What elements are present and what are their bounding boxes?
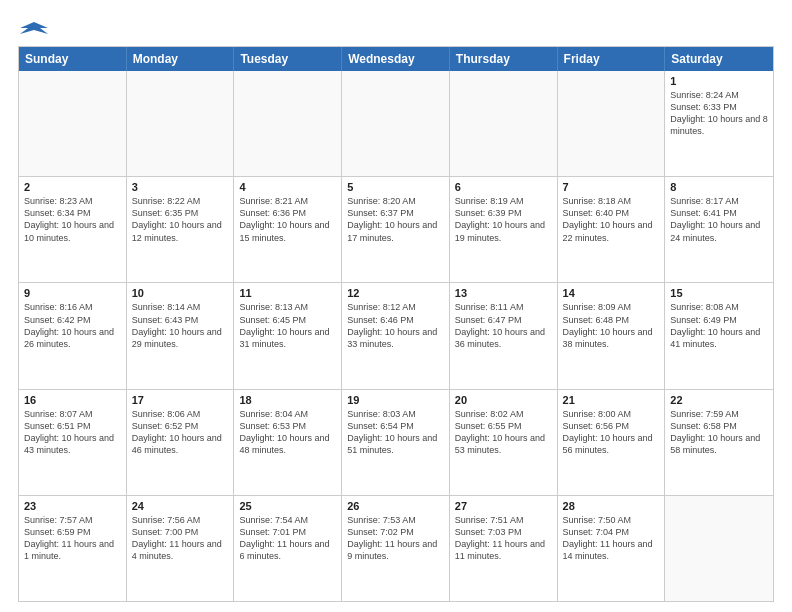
calendar-empty-cell — [665, 496, 773, 601]
calendar-day-13: 13Sunrise: 8:11 AM Sunset: 6:47 PM Dayli… — [450, 283, 558, 388]
calendar-day-26: 26Sunrise: 7:53 AM Sunset: 7:02 PM Dayli… — [342, 496, 450, 601]
calendar-day-5: 5Sunrise: 8:20 AM Sunset: 6:37 PM Daylig… — [342, 177, 450, 282]
day-info: Sunrise: 8:11 AM Sunset: 6:47 PM Dayligh… — [455, 301, 552, 350]
calendar-day-6: 6Sunrise: 8:19 AM Sunset: 6:39 PM Daylig… — [450, 177, 558, 282]
day-info: Sunrise: 8:04 AM Sunset: 6:53 PM Dayligh… — [239, 408, 336, 457]
calendar-day-15: 15Sunrise: 8:08 AM Sunset: 6:49 PM Dayli… — [665, 283, 773, 388]
day-number: 6 — [455, 181, 552, 193]
calendar-day-4: 4Sunrise: 8:21 AM Sunset: 6:36 PM Daylig… — [234, 177, 342, 282]
day-info: Sunrise: 7:56 AM Sunset: 7:00 PM Dayligh… — [132, 514, 229, 563]
day-info: Sunrise: 7:57 AM Sunset: 6:59 PM Dayligh… — [24, 514, 121, 563]
calendar-row: 23Sunrise: 7:57 AM Sunset: 6:59 PM Dayli… — [19, 495, 773, 601]
calendar-day-7: 7Sunrise: 8:18 AM Sunset: 6:40 PM Daylig… — [558, 177, 666, 282]
calendar-day-19: 19Sunrise: 8:03 AM Sunset: 6:54 PM Dayli… — [342, 390, 450, 495]
calendar-day-23: 23Sunrise: 7:57 AM Sunset: 6:59 PM Dayli… — [19, 496, 127, 601]
calendar-header-cell: Friday — [558, 47, 666, 71]
calendar-day-21: 21Sunrise: 8:00 AM Sunset: 6:56 PM Dayli… — [558, 390, 666, 495]
calendar: SundayMondayTuesdayWednesdayThursdayFrid… — [18, 46, 774, 602]
day-info: Sunrise: 8:20 AM Sunset: 6:37 PM Dayligh… — [347, 195, 444, 244]
day-number: 13 — [455, 287, 552, 299]
day-info: Sunrise: 7:59 AM Sunset: 6:58 PM Dayligh… — [670, 408, 768, 457]
day-info: Sunrise: 8:13 AM Sunset: 6:45 PM Dayligh… — [239, 301, 336, 350]
day-number: 14 — [563, 287, 660, 299]
day-number: 24 — [132, 500, 229, 512]
calendar-row: 1Sunrise: 8:24 AM Sunset: 6:33 PM Daylig… — [19, 71, 773, 176]
calendar-day-11: 11Sunrise: 8:13 AM Sunset: 6:45 PM Dayli… — [234, 283, 342, 388]
calendar-body: 1Sunrise: 8:24 AM Sunset: 6:33 PM Daylig… — [19, 71, 773, 601]
day-number: 3 — [132, 181, 229, 193]
day-info: Sunrise: 8:18 AM Sunset: 6:40 PM Dayligh… — [563, 195, 660, 244]
day-info: Sunrise: 8:23 AM Sunset: 6:34 PM Dayligh… — [24, 195, 121, 244]
page: SundayMondayTuesdayWednesdayThursdayFrid… — [0, 0, 792, 612]
day-info: Sunrise: 8:14 AM Sunset: 6:43 PM Dayligh… — [132, 301, 229, 350]
calendar-day-22: 22Sunrise: 7:59 AM Sunset: 6:58 PM Dayli… — [665, 390, 773, 495]
calendar-empty-cell — [19, 71, 127, 176]
day-info: Sunrise: 8:08 AM Sunset: 6:49 PM Dayligh… — [670, 301, 768, 350]
day-info: Sunrise: 8:17 AM Sunset: 6:41 PM Dayligh… — [670, 195, 768, 244]
calendar-empty-cell — [234, 71, 342, 176]
day-number: 2 — [24, 181, 121, 193]
header — [18, 16, 774, 38]
calendar-day-8: 8Sunrise: 8:17 AM Sunset: 6:41 PM Daylig… — [665, 177, 773, 282]
calendar-header-cell: Thursday — [450, 47, 558, 71]
calendar-day-14: 14Sunrise: 8:09 AM Sunset: 6:48 PM Dayli… — [558, 283, 666, 388]
day-number: 16 — [24, 394, 121, 406]
calendar-day-16: 16Sunrise: 8:07 AM Sunset: 6:51 PM Dayli… — [19, 390, 127, 495]
day-info: Sunrise: 8:16 AM Sunset: 6:42 PM Dayligh… — [24, 301, 121, 350]
day-number: 10 — [132, 287, 229, 299]
day-number: 15 — [670, 287, 768, 299]
calendar-day-24: 24Sunrise: 7:56 AM Sunset: 7:00 PM Dayli… — [127, 496, 235, 601]
day-number: 20 — [455, 394, 552, 406]
day-info: Sunrise: 8:21 AM Sunset: 6:36 PM Dayligh… — [239, 195, 336, 244]
calendar-day-18: 18Sunrise: 8:04 AM Sunset: 6:53 PM Dayli… — [234, 390, 342, 495]
day-number: 22 — [670, 394, 768, 406]
calendar-day-28: 28Sunrise: 7:50 AM Sunset: 7:04 PM Dayli… — [558, 496, 666, 601]
calendar-day-27: 27Sunrise: 7:51 AM Sunset: 7:03 PM Dayli… — [450, 496, 558, 601]
day-number: 11 — [239, 287, 336, 299]
calendar-row: 9Sunrise: 8:16 AM Sunset: 6:42 PM Daylig… — [19, 282, 773, 388]
calendar-header-cell: Tuesday — [234, 47, 342, 71]
calendar-day-2: 2Sunrise: 8:23 AM Sunset: 6:34 PM Daylig… — [19, 177, 127, 282]
svg-marker-0 — [20, 22, 48, 34]
day-info: Sunrise: 8:12 AM Sunset: 6:46 PM Dayligh… — [347, 301, 444, 350]
day-info: Sunrise: 8:09 AM Sunset: 6:48 PM Dayligh… — [563, 301, 660, 350]
calendar-header-cell: Saturday — [665, 47, 773, 71]
calendar-day-10: 10Sunrise: 8:14 AM Sunset: 6:43 PM Dayli… — [127, 283, 235, 388]
day-number: 27 — [455, 500, 552, 512]
calendar-day-9: 9Sunrise: 8:16 AM Sunset: 6:42 PM Daylig… — [19, 283, 127, 388]
day-number: 23 — [24, 500, 121, 512]
day-info: Sunrise: 7:51 AM Sunset: 7:03 PM Dayligh… — [455, 514, 552, 563]
calendar-day-3: 3Sunrise: 8:22 AM Sunset: 6:35 PM Daylig… — [127, 177, 235, 282]
day-number: 25 — [239, 500, 336, 512]
calendar-day-25: 25Sunrise: 7:54 AM Sunset: 7:01 PM Dayli… — [234, 496, 342, 601]
day-info: Sunrise: 8:22 AM Sunset: 6:35 PM Dayligh… — [132, 195, 229, 244]
calendar-empty-cell — [127, 71, 235, 176]
day-number: 7 — [563, 181, 660, 193]
calendar-header-cell: Wednesday — [342, 47, 450, 71]
calendar-day-1: 1Sunrise: 8:24 AM Sunset: 6:33 PM Daylig… — [665, 71, 773, 176]
day-info: Sunrise: 8:00 AM Sunset: 6:56 PM Dayligh… — [563, 408, 660, 457]
calendar-header-cell: Sunday — [19, 47, 127, 71]
calendar-day-20: 20Sunrise: 8:02 AM Sunset: 6:55 PM Dayli… — [450, 390, 558, 495]
calendar-header-cell: Monday — [127, 47, 235, 71]
day-number: 28 — [563, 500, 660, 512]
day-info: Sunrise: 7:50 AM Sunset: 7:04 PM Dayligh… — [563, 514, 660, 563]
day-number: 5 — [347, 181, 444, 193]
day-number: 8 — [670, 181, 768, 193]
day-number: 9 — [24, 287, 121, 299]
logo — [18, 16, 48, 38]
day-info: Sunrise: 8:24 AM Sunset: 6:33 PM Dayligh… — [670, 89, 768, 138]
day-number: 12 — [347, 287, 444, 299]
calendar-empty-cell — [450, 71, 558, 176]
day-info: Sunrise: 8:19 AM Sunset: 6:39 PM Dayligh… — [455, 195, 552, 244]
calendar-day-12: 12Sunrise: 8:12 AM Sunset: 6:46 PM Dayli… — [342, 283, 450, 388]
calendar-row: 2Sunrise: 8:23 AM Sunset: 6:34 PM Daylig… — [19, 176, 773, 282]
day-info: Sunrise: 8:03 AM Sunset: 6:54 PM Dayligh… — [347, 408, 444, 457]
day-number: 19 — [347, 394, 444, 406]
day-number: 26 — [347, 500, 444, 512]
day-info: Sunrise: 8:06 AM Sunset: 6:52 PM Dayligh… — [132, 408, 229, 457]
calendar-row: 16Sunrise: 8:07 AM Sunset: 6:51 PM Dayli… — [19, 389, 773, 495]
day-number: 4 — [239, 181, 336, 193]
logo-bird-icon — [20, 20, 48, 38]
calendar-empty-cell — [342, 71, 450, 176]
